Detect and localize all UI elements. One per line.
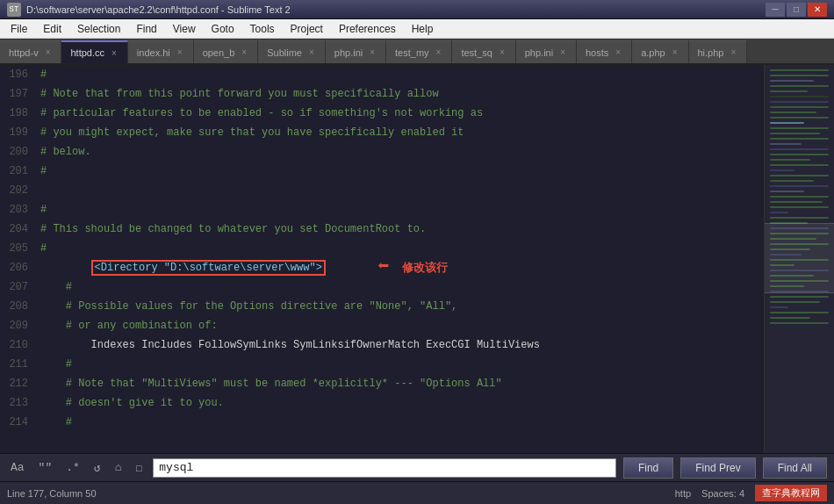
regex-button[interactable]: .* <box>62 459 83 476</box>
menu-goto[interactable]: Goto <box>205 21 241 37</box>
tab-httpd-v[interactable]: httpd-v × <box>0 40 61 63</box>
title-bar-left: ST D:\software\server\apache2.2\conf\htt… <box>7 3 291 17</box>
code-line-196: 196 # <box>0 65 764 84</box>
search-input[interactable] <box>153 458 616 478</box>
tab-aphp[interactable]: a.php × <box>632 40 688 63</box>
maximize-button[interactable]: □ <box>787 3 806 17</box>
code-editor[interactable]: 196 # 197 # Note that from this point fo… <box>0 65 764 453</box>
spaces-indicator[interactable]: Spaces: 4 <box>701 488 744 499</box>
tab-label: hi.php <box>698 47 724 58</box>
code-line-214: 214 # <box>0 413 764 432</box>
title-bar: ST D:\software\server\apache2.2\conf\htt… <box>0 0 834 19</box>
code-line-206: 206 <Directory "D:\software\server\www">… <box>0 258 764 277</box>
menu-preferences[interactable]: Preferences <box>332 21 403 37</box>
minimap <box>764 65 834 453</box>
tab-test-sq[interactable]: test_sq × <box>452 40 515 63</box>
highlighted-tag: <Directory "D:\software\server\www"> <box>91 260 326 276</box>
tab-label: php.ini <box>334 47 363 58</box>
tab-close-testsq[interactable]: × <box>498 47 507 58</box>
tab-close-sublime[interactable]: × <box>307 47 316 58</box>
code-line-200: 200 # below. <box>0 142 764 162</box>
tab-phpini-2[interactable]: php.ini × <box>516 40 577 63</box>
window-controls: ─ □ ✕ <box>766 3 827 17</box>
tab-label: a.php <box>641 47 665 58</box>
status-right: http Spaces: 4 查字典教程网 <box>675 485 827 501</box>
watermark: 查字典教程网 <box>755 485 827 501</box>
tab-close-testmy[interactable]: × <box>435 47 443 58</box>
tab-index-h[interactable]: index.hi × <box>128 40 194 63</box>
status-bar: Line 177, Column 50 http Spaces: 4 查字典教程… <box>0 481 834 504</box>
case-sensitive-button[interactable]: Aa <box>7 459 28 476</box>
arrow-annotation: ⬅ <box>377 258 389 277</box>
code-line-199: 199 # you might expect, make sure that y… <box>0 123 764 142</box>
menu-find[interactable]: Find <box>129 21 163 37</box>
find-all-button[interactable]: Find All <box>763 457 827 479</box>
tab-close-hosts[interactable]: × <box>614 47 622 58</box>
tab-label: open_b <box>203 47 235 58</box>
window-title: D:\software\server\apache2.2\conf\httpd.… <box>26 4 291 15</box>
menu-tools[interactable]: Tools <box>243 21 282 37</box>
in-selection-button[interactable]: ⌂ <box>111 459 126 476</box>
tab-test-my[interactable]: test_my × <box>386 40 452 63</box>
tab-label: httpd.cc <box>70 47 104 58</box>
tab-label: index.hi <box>137 47 170 58</box>
menu-project[interactable]: Project <box>284 21 330 37</box>
code-line-201: 201 # <box>0 162 764 181</box>
code-line-211: 211 # <box>0 355 764 374</box>
menu-view[interactable]: View <box>166 21 203 37</box>
code-line-202: 202 <box>0 181 764 200</box>
menu-file[interactable]: File <box>4 21 34 37</box>
highlight-button[interactable]: ☐ <box>132 459 146 477</box>
code-line-204: 204 # This should be changed to whatever… <box>0 220 764 239</box>
tab-close-hiphp[interactable]: × <box>729 47 737 58</box>
code-line-213: 213 # doesn't give it to you. <box>0 393 764 413</box>
code-line-197: 197 # Note that from this point forward … <box>0 84 764 104</box>
cursor-position: Line 177, Column 50 <box>7 488 97 499</box>
tab-close-phpini2[interactable]: × <box>558 47 567 58</box>
search-bar: Aa "" .* ↺ ⌂ ☐ Find Find Prev Find All <box>0 453 834 481</box>
status-url: http <box>675 488 691 499</box>
tab-open-b[interactable]: open_b × <box>194 40 259 63</box>
tab-label: hosts <box>586 47 608 58</box>
tab-close-httpd-v[interactable]: × <box>44 47 53 58</box>
code-line-198: 198 # particular features to be enabled … <box>0 104 764 123</box>
menu-edit[interactable]: Edit <box>36 21 68 37</box>
code-line-208: 208 # Possible values for the Options di… <box>0 297 764 316</box>
tab-httpd-conf[interactable]: httpd.cc × <box>61 40 127 63</box>
menu-selection[interactable]: Selection <box>70 21 127 37</box>
tab-hiphp[interactable]: hi.php × <box>689 40 748 63</box>
tab-label: test_my <box>395 47 429 58</box>
find-prev-button[interactable]: Find Prev <box>680 457 755 479</box>
close-button[interactable]: ✕ <box>808 3 827 17</box>
tab-hosts[interactable]: hosts × <box>577 40 632 63</box>
replace-button[interactable]: ↺ <box>90 459 104 477</box>
menu-bar: File Edit Selection Find View Goto Tools… <box>0 19 834 39</box>
tab-close-aphp[interactable]: × <box>671 47 679 58</box>
app-icon: ST <box>7 3 21 17</box>
main-area: 196 # 197 # Note that from this point fo… <box>0 65 834 453</box>
code-line-203: 203 # <box>0 200 764 220</box>
tab-label: Sublime <box>267 47 302 58</box>
tab-close-index[interactable]: × <box>176 47 184 58</box>
minimap-viewport[interactable] <box>765 223 834 293</box>
tab-close-openb[interactable]: × <box>240 47 248 58</box>
tabs-bar: httpd-v × httpd.cc × index.hi × open_b ×… <box>0 39 834 65</box>
text-annotation: 修改该行 <box>402 258 448 277</box>
tab-label: php.ini <box>525 47 553 58</box>
whole-word-button[interactable]: "" <box>35 459 56 476</box>
tab-close-phpini1[interactable]: × <box>368 47 377 58</box>
tab-phpini-1[interactable]: php.ini × <box>326 40 386 63</box>
find-button[interactable]: Find <box>623 457 673 479</box>
code-line-209: 209 # or any combination of: <box>0 316 764 335</box>
tab-label: httpd-v <box>9 47 39 58</box>
menu-help[interactable]: Help <box>405 21 441 37</box>
tab-close-httpd-conf[interactable]: × <box>110 47 119 59</box>
tab-label: test_sq <box>461 47 492 58</box>
code-line-212: 212 # Note that "MultiViews" must be nam… <box>0 374 764 393</box>
tab-sublime[interactable]: Sublime × <box>258 40 326 63</box>
minimize-button[interactable]: ─ <box>766 3 785 17</box>
code-line-210: 210 Indexes Includes FollowSymLinks SymL… <box>0 335 764 355</box>
